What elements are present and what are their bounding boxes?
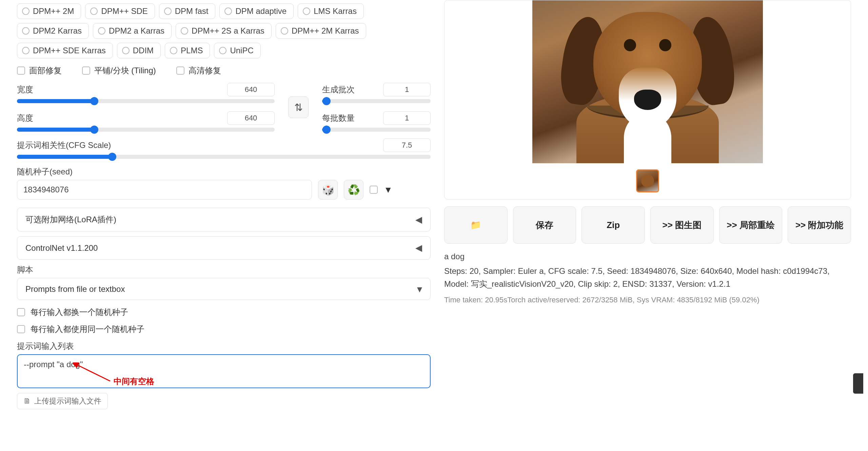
- generated-image[interactable]: [532, 0, 763, 163]
- radio-icon: [164, 7, 172, 15]
- reuse-seed-button[interactable]: ♻️: [344, 180, 363, 200]
- result-prompt: a dog: [444, 252, 851, 261]
- cfg-label: 提示词相关性(CFG Scale): [17, 140, 111, 151]
- chevron-down-icon: ▾: [417, 283, 422, 295]
- sampler-chip[interactable]: DPM fast: [159, 3, 216, 19]
- face-restore-checkbox[interactable]: 面部修复: [17, 65, 62, 76]
- batch-size-input[interactable]: [383, 111, 431, 125]
- feature-checkbox-row: 面部修复 平铺/分块 (Tiling) 高清修复: [17, 65, 431, 76]
- swap-dimensions-button[interactable]: ⇅: [288, 96, 309, 118]
- output-panel: 📁 保存 Zip >> 图生图 >> 局部重绘 >> 附加功能 a dog St…: [444, 0, 851, 451]
- dimensions-grid: 宽度 高度: [17, 83, 431, 132]
- settings-panel: DPM++ 2M DPM++ SDE DPM fast DPM adaptive…: [17, 0, 431, 451]
- radio-icon: [122, 47, 130, 54]
- checkbox-icon: [17, 308, 25, 316]
- checkbox-icon: [17, 67, 25, 75]
- radio-icon: [224, 7, 232, 15]
- sampler-chip[interactable]: DPM2 Karras: [17, 23, 89, 39]
- radio-icon: [22, 7, 29, 15]
- radio-icon: [98, 27, 105, 35]
- width-label: 宽度: [17, 84, 33, 95]
- radio-icon: [303, 7, 310, 15]
- checkbox-icon: [176, 67, 184, 75]
- thumbnail-strip: [636, 169, 659, 192]
- open-folder-button[interactable]: 📁: [444, 206, 508, 244]
- batch-size-slider[interactable]: [322, 128, 431, 132]
- sampler-chip[interactable]: DPM++ 2M Karras: [276, 23, 366, 39]
- thumbnail[interactable]: [636, 169, 659, 192]
- height-slider-row: 高度: [17, 111, 275, 132]
- seed-row: 🎲 ♻️ ▼: [17, 180, 431, 200]
- width-slider-row: 宽度: [17, 83, 275, 103]
- chevron-left-icon: ◀: [415, 243, 422, 253]
- script-label: 脚本: [17, 264, 431, 275]
- prompt-list-textarea[interactable]: [17, 354, 431, 388]
- seed-input[interactable]: [17, 180, 312, 200]
- script-select[interactable]: Prompts from file or textbox ▾: [17, 278, 431, 300]
- random-seed-button[interactable]: 🎲: [318, 180, 338, 200]
- seed-label: 随机种子(seed): [17, 166, 431, 177]
- result-metadata: Steps: 20, Sampler: Euler a, CFG scale: …: [444, 265, 851, 291]
- checkbox-icon: [82, 67, 90, 75]
- recycle-icon: ♻️: [348, 184, 360, 196]
- chevron-left-icon: ◀: [415, 214, 422, 225]
- send-to-extras-button[interactable]: >> 附加功能: [788, 206, 851, 244]
- batch-count-slider-row: 生成批次: [322, 83, 431, 103]
- cfg-slider[interactable]: [17, 155, 431, 159]
- lora-accordion[interactable]: 可选附加网络(LoRA插件) ◀: [17, 208, 431, 231]
- tiling-checkbox[interactable]: 平铺/分块 (Tiling): [82, 65, 156, 76]
- sampler-chip[interactable]: DPM++ SDE Karras: [17, 43, 113, 58]
- radio-icon: [22, 27, 29, 35]
- folder-icon: 📁: [470, 220, 481, 230]
- batch-count-input[interactable]: [383, 83, 431, 96]
- radio-icon: [181, 27, 188, 35]
- send-to-inpaint-button[interactable]: >> 局部重绘: [719, 206, 783, 244]
- upload-prompts-button[interactable]: 🗎 上传提示词输入文件: [17, 393, 108, 409]
- controlnet-accordion-title: ControlNet v1.1.200: [25, 243, 98, 253]
- hires-fix-checkbox[interactable]: 高清修复: [176, 65, 221, 76]
- sampler-chip[interactable]: LMS Karras: [298, 3, 364, 19]
- height-slider[interactable]: [17, 128, 275, 132]
- new-seed-per-line-checkbox[interactable]: 每行输入都换一个随机种子: [17, 307, 431, 318]
- result-timing: Time taken: 20.95sTorch active/reserved:…: [444, 296, 851, 304]
- cfg-input[interactable]: [383, 138, 431, 152]
- sampler-chip[interactable]: PLMS: [165, 43, 210, 58]
- send-to-img2img-button[interactable]: >> 图生图: [650, 206, 714, 244]
- radio-icon: [170, 47, 177, 54]
- sampler-chip[interactable]: DPM++ 2S a Karras: [176, 23, 272, 39]
- cfg-slider-row: 提示词相关性(CFG Scale): [17, 138, 431, 159]
- height-input[interactable]: [227, 111, 275, 125]
- batch-size-label: 每批数量: [322, 113, 355, 124]
- extra-seed-checkbox[interactable]: [370, 186, 378, 194]
- seed-extra-toggle[interactable]: ▼: [384, 185, 393, 195]
- controlnet-accordion[interactable]: ControlNet v1.1.200 ◀: [17, 236, 431, 260]
- prompt-list-label: 提示词输入列表: [17, 341, 431, 352]
- batch-count-slider[interactable]: [322, 99, 431, 103]
- side-tab[interactable]: [853, 373, 863, 394]
- width-input[interactable]: [227, 83, 275, 96]
- save-button[interactable]: 保存: [513, 206, 576, 244]
- checkbox-icon: [17, 325, 25, 333]
- sampler-chip[interactable]: UniPC: [214, 43, 260, 58]
- sampler-chip[interactable]: DDIM: [117, 43, 161, 58]
- height-label: 高度: [17, 113, 33, 124]
- sampler-chip[interactable]: DPM2 a Karras: [93, 23, 172, 39]
- zip-button[interactable]: Zip: [581, 206, 645, 244]
- sampler-chip[interactable]: DPM++ SDE: [85, 3, 155, 19]
- sampler-chip-group: DPM++ 2M DPM++ SDE DPM fast DPM adaptive…: [17, 3, 431, 58]
- lora-accordion-title: 可选附加网络(LoRA插件): [25, 214, 116, 225]
- batch-count-label: 生成批次: [322, 84, 355, 95]
- sampler-chip[interactable]: DPM adaptive: [219, 3, 294, 19]
- width-slider[interactable]: [17, 99, 275, 103]
- swap-icon: ⇅: [294, 101, 303, 113]
- radio-icon: [22, 47, 29, 54]
- sampler-chip[interactable]: DPM++ 2M: [17, 3, 81, 19]
- radio-icon: [90, 7, 98, 15]
- batch-size-slider-row: 每批数量: [322, 111, 431, 132]
- dice-icon: 🎲: [322, 184, 334, 196]
- preview-area: [444, 0, 851, 200]
- file-icon: 🗎: [23, 397, 31, 406]
- script-select-value: Prompts from file or textbox: [25, 284, 125, 294]
- same-seed-per-line-checkbox[interactable]: 每行输入都使用同一个随机种子: [17, 324, 431, 335]
- action-button-row: 📁 保存 Zip >> 图生图 >> 局部重绘 >> 附加功能: [444, 206, 851, 244]
